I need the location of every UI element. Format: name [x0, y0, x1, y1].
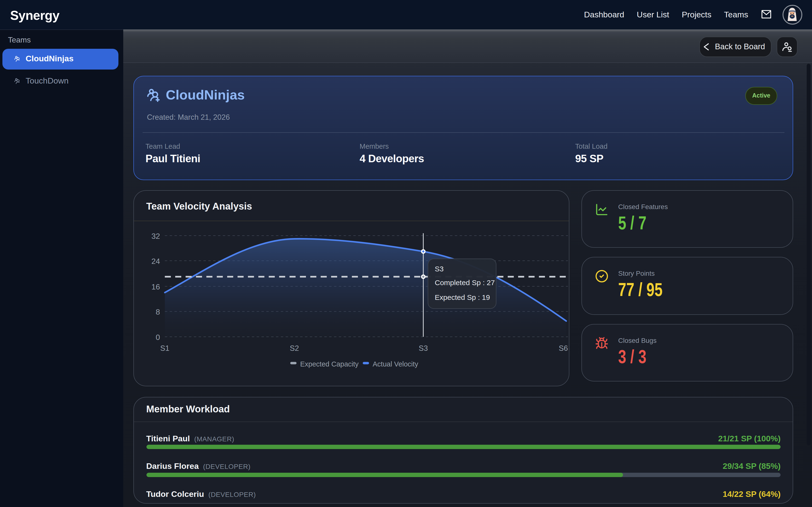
svg-text:S3: S3 — [435, 265, 444, 273]
svg-text:Expected Capacity: Expected Capacity — [300, 360, 359, 368]
svg-text:32: 32 — [151, 231, 160, 240]
svg-text:S1: S1 — [160, 344, 169, 352]
svg-text:S3: S3 — [419, 344, 428, 352]
svg-text:Actual Velocity: Actual Velocity — [373, 360, 418, 368]
svg-text:Completed Sp : 27: Completed Sp : 27 — [435, 278, 495, 286]
svg-text:Expected Sp : 19: Expected Sp : 19 — [435, 293, 490, 301]
svg-text:S2: S2 — [290, 344, 299, 352]
svg-text:24: 24 — [151, 257, 160, 265]
svg-text:8: 8 — [156, 307, 160, 316]
svg-text:0: 0 — [156, 333, 160, 341]
svg-text:16: 16 — [151, 282, 160, 291]
svg-text:S6: S6 — [559, 344, 568, 352]
